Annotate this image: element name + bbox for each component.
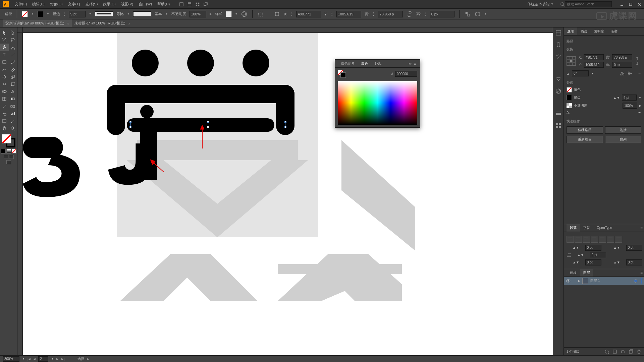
stroke-weight-input[interactable]	[622, 95, 637, 101]
menu-select[interactable]: 选择(S)	[83, 2, 101, 7]
link-icon[interactable]	[406, 11, 413, 17]
selection-tool[interactable]	[0, 29, 9, 36]
stepper-up[interactable]: ▲	[613, 260, 617, 264]
tab-opentype[interactable]: OpenType	[593, 224, 615, 232]
artboard-number-input[interactable]	[38, 356, 48, 362]
stepper-down[interactable]: ▼	[617, 260, 620, 264]
stepper-down[interactable]: ▼	[576, 260, 579, 264]
stroke-swatch[interactable]	[37, 11, 43, 17]
layer-name[interactable]: 图层 1	[590, 279, 632, 283]
align-center-button[interactable]	[575, 236, 582, 243]
perspective-tool[interactable]	[9, 88, 17, 95]
screen-mode-3[interactable]	[6, 160, 11, 164]
chevron-down-icon[interactable]: ▼	[484, 12, 487, 15]
prop-w-input[interactable]	[612, 54, 632, 60]
stepper-down[interactable]: ▼	[617, 246, 620, 249]
prop-x-input[interactable]	[584, 54, 604, 60]
next-artboard-button[interactable]: ▶	[56, 357, 59, 361]
menu-window[interactable]: 窗口(W)	[136, 2, 155, 7]
stepper-up[interactable]: ▲	[577, 253, 581, 257]
justify-center-button[interactable]	[599, 236, 606, 243]
justify-left-button[interactable]	[591, 236, 598, 243]
stroke-label[interactable]: 描边	[574, 95, 581, 100]
symbols-icon[interactable]	[555, 88, 562, 95]
first-line-indent-input[interactable]	[590, 252, 606, 258]
first-artboard-button[interactable]: |◀	[28, 357, 31, 361]
style-label[interactable]: 样式	[215, 11, 222, 16]
space-before-input[interactable]	[585, 259, 601, 265]
menu-file[interactable]: 文件(F)	[12, 2, 30, 7]
panel-collapse-icon[interactable]: ▸▸	[409, 62, 412, 65]
symbol-sprayer-tool[interactable]	[0, 110, 9, 117]
chevron-down-icon[interactable]: ▼	[591, 72, 594, 75]
expand-icon[interactable]: ▶	[578, 279, 580, 283]
stroke-swatch[interactable]	[567, 95, 572, 100]
stepper-up[interactable]: ▲	[331, 11, 333, 14]
canvas[interactable]: 颜色参考 颜色 外观 ▸▸ ≡ #	[17, 27, 553, 355]
fill-stroke-indicator[interactable]	[2, 134, 15, 147]
align-right-button[interactable]	[583, 236, 590, 243]
scale-tool[interactable]	[9, 73, 17, 80]
align-left-button[interactable]	[567, 236, 574, 243]
locate-layer-icon[interactable]	[604, 349, 609, 354]
rotate-input[interactable]	[572, 70, 589, 76]
tab-color-ref[interactable]: 颜色参考	[338, 61, 358, 66]
flip-horizontal-icon[interactable]	[620, 71, 625, 76]
paintbrush-tool[interactable]	[9, 58, 17, 66]
menu-object[interactable]: 对象(O)	[47, 2, 65, 7]
type-tool[interactable]: T	[0, 51, 9, 58]
square-icon[interactable]	[179, 2, 184, 7]
minimize-icon[interactable]	[620, 2, 624, 6]
stroke-weight-input[interactable]	[69, 11, 86, 17]
stepper-down[interactable]: ▼	[63, 14, 65, 17]
tab-layers[interactable]: 图层	[580, 269, 593, 277]
tab-paragraph[interactable]: 段落	[567, 224, 580, 232]
zoom-input[interactable]	[3, 356, 19, 362]
visibility-icon[interactable]	[566, 279, 571, 283]
prop-h-input[interactable]	[612, 62, 632, 68]
stepper-down[interactable]: ▼	[424, 14, 426, 17]
y-input[interactable]	[336, 11, 361, 17]
justify-all-button[interactable]	[615, 236, 622, 243]
free-transform-tool[interactable]	[9, 80, 17, 88]
align-panel-icon[interactable]	[555, 122, 562, 129]
grid-icon[interactable]	[195, 2, 200, 7]
menu-edit[interactable]: 编辑(E)	[30, 2, 47, 7]
last-artboard-button[interactable]: ▶|	[61, 357, 64, 361]
stepper-down[interactable]: ▼	[373, 14, 375, 17]
tab-artboards[interactable]: 画板	[567, 269, 580, 277]
curvature-tool[interactable]	[9, 44, 17, 51]
stroke-panel-icon[interactable]	[555, 110, 562, 117]
color-mode-gradient[interactable]	[6, 149, 11, 154]
link-button[interactable]: 连接	[605, 126, 642, 134]
stepper-up[interactable]: ▲	[291, 11, 293, 14]
screen-mode-full[interactable]	[9, 155, 14, 159]
tab-color[interactable]: 颜色	[358, 61, 371, 66]
recolor-button[interactable]: 重新着色	[567, 136, 603, 143]
fill-swatch[interactable]	[22, 11, 28, 17]
eyedropper-tool[interactable]	[0, 103, 9, 110]
flip-vertical-icon[interactable]	[628, 71, 633, 76]
menu-type[interactable]: 文字(T)	[65, 2, 83, 7]
opacity-label[interactable]: 不透明度	[574, 103, 587, 108]
indent-right-input[interactable]	[626, 245, 642, 251]
stepper-down[interactable]: ▼	[576, 246, 579, 249]
stepper-down[interactable]: ▼	[291, 14, 293, 17]
color-panel[interactable]: 颜色参考 颜色 外观 ▸▸ ≡ #	[335, 59, 420, 128]
h-input[interactable]	[430, 11, 454, 17]
slice-tool[interactable]	[9, 117, 17, 125]
tab-character[interactable]: 字符	[580, 224, 593, 232]
stepper-up[interactable]: ▲	[424, 11, 426, 14]
opacity-label[interactable]: 不透明度	[171, 11, 186, 16]
direct-selection-tool[interactable]	[9, 29, 17, 36]
magic-wand-tool[interactable]	[0, 36, 9, 44]
chevron-down-icon[interactable]: ▼	[165, 12, 168, 15]
close-icon[interactable]	[637, 2, 641, 6]
gradient-tool[interactable]	[9, 95, 17, 103]
libraries-icon[interactable]	[555, 42, 562, 48]
artboard-tool[interactable]	[0, 117, 9, 125]
stepper-down[interactable]: ▼	[581, 253, 584, 257]
indent-left-input[interactable]	[585, 245, 601, 251]
tab-document-2[interactable]: 未标题-1* @ 100% (RGB/预览) ×	[72, 19, 133, 27]
isolate-icon[interactable]	[464, 11, 471, 17]
